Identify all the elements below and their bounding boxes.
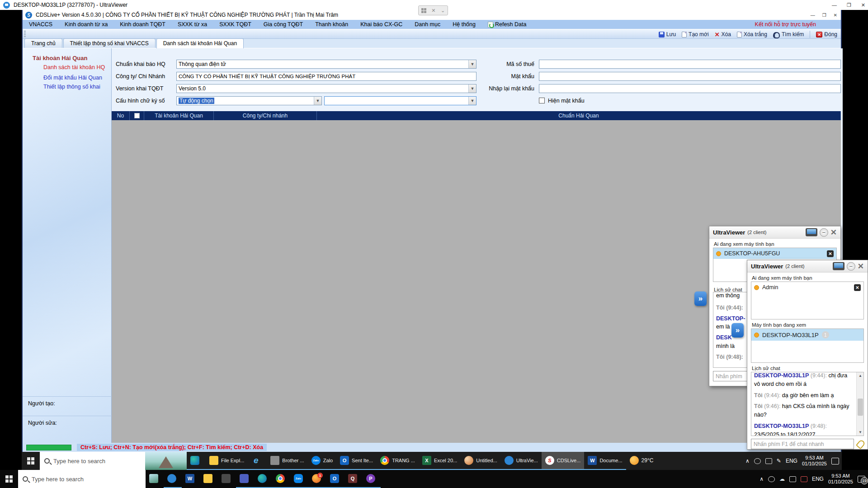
- select-all-checkbox[interactable]: [134, 113, 140, 118]
- chat-bubble-arrow-icon[interactable]: »: [731, 323, 744, 338]
- tab-thiet-lap-vnaccs[interactable]: Thiết lập thông số khai VNACCS: [63, 38, 156, 48]
- session-grid-icon[interactable]: [421, 8, 426, 13]
- monitor-icon[interactable]: [833, 262, 844, 270]
- remote-taskbar-zalo[interactable]: Zalo Zalo: [308, 452, 336, 470]
- remote-start-button[interactable]: [22, 452, 40, 470]
- tray-chevron-icon[interactable]: ∧: [760, 476, 764, 482]
- remote-taskbar-ultraviewer[interactable]: UltraVie...: [501, 452, 542, 470]
- uv-minimize-button[interactable]: −: [847, 262, 855, 271]
- uv-front-chat-input[interactable]: [751, 439, 854, 449]
- uv-close-button[interactable]: ✕: [858, 262, 864, 271]
- sidebar-item-doi-mat-khau[interactable]: Đổi mật khẩu Hải Quan: [43, 75, 102, 81]
- remote-action-center-icon[interactable]: [831, 458, 839, 465]
- remote-taskbar-edge[interactable]: [187, 452, 206, 470]
- menu-kinh-doanh-tqdt[interactable]: Kinh doanh TQĐT: [120, 21, 165, 28]
- minimize-button[interactable]: —: [832, 2, 837, 8]
- disconnect-button[interactable]: ✕: [854, 284, 861, 291]
- sidebar-item-danh-sach-tai-khoan[interactable]: Danh sách tài khoản HQ: [43, 64, 105, 70]
- uv-close-button[interactable]: ✕: [830, 228, 837, 237]
- scroll-up-icon[interactable]: ▲: [857, 372, 864, 379]
- column-select-all[interactable]: [130, 111, 144, 120]
- remote-taskbar-brother[interactable]: Brother ...: [267, 452, 307, 470]
- combo-cks-device[interactable]: ▼: [324, 96, 476, 105]
- column-tai-khoan[interactable]: Tài khoản Hải Quan: [144, 111, 214, 120]
- remote-search-box[interactable]: Type here to search: [40, 452, 187, 470]
- menu-danh-muc[interactable]: Danh mục: [415, 21, 440, 28]
- new-button[interactable]: Tạo mới: [682, 31, 709, 38]
- menu-khai-bao-cx-gc[interactable]: Khai báo CX-GC: [360, 21, 402, 28]
- remote-taskbar-paint[interactable]: Untitled...: [461, 452, 500, 470]
- pen-tray-icon[interactable]: ✎: [777, 458, 781, 464]
- cds-minimize-button[interactable]: —: [811, 13, 815, 18]
- local-search-box[interactable]: Type here to search: [18, 470, 146, 488]
- cds-close-button[interactable]: ✕: [834, 13, 837, 18]
- local-taskbar-outlook[interactable]: O: [326, 470, 344, 488]
- clock-tray-icon[interactable]: [754, 458, 761, 464]
- local-language-indicator[interactable]: ENG: [812, 476, 824, 482]
- local-taskbar-ultraviewer[interactable]: [164, 470, 182, 488]
- cds-restore-button[interactable]: ❐: [822, 13, 826, 18]
- local-taskbar-app-dark[interactable]: [218, 470, 236, 488]
- company-input[interactable]: [176, 72, 476, 81]
- menu-he-thong[interactable]: Hệ thống: [453, 21, 476, 28]
- combo-arrow-icon[interactable]: ▼: [468, 97, 476, 105]
- remote-taskbar-excel[interactable]: X Excel 20...: [419, 452, 461, 470]
- combo-cau-hinh-cks[interactable]: Tự động chọn ▼: [176, 96, 322, 105]
- local-taskbar-teams[interactable]: [236, 470, 254, 488]
- uv-minimize-button[interactable]: −: [820, 228, 828, 237]
- column-cong-ty[interactable]: Công ty/Chi nhánh: [214, 111, 317, 120]
- remote-taskbar-internet-explorer[interactable]: e: [248, 452, 267, 470]
- menu-gia-cong-tqdt[interactable]: Gia công TQĐT: [264, 21, 303, 28]
- remote-taskbar-chrome[interactable]: TRANG ...: [377, 452, 419, 470]
- local-action-center-icon[interactable]: 19: [858, 476, 865, 483]
- remote-taskbar-outlook[interactable]: O Sent Ite...: [336, 452, 377, 470]
- monitor-icon[interactable]: [806, 228, 817, 236]
- menu-sxxk-tqdt[interactable]: SXXK TQĐT: [219, 21, 251, 28]
- menu-kinh-doanh-tu-xa[interactable]: Kinh doanh từ xa: [65, 21, 108, 28]
- tray-icon-1[interactable]: [768, 476, 775, 482]
- volume-muted-icon[interactable]: [801, 476, 807, 482]
- scroll-down-icon[interactable]: ▼: [857, 429, 864, 436]
- save-button[interactable]: Lưu: [659, 31, 676, 38]
- sidebar-item-thiet-lap-thong-so[interactable]: Thiết lập thông số khai: [43, 84, 100, 90]
- local-taskbar-powerpoint[interactable]: P: [363, 470, 381, 488]
- search-highlight-image[interactable]: [145, 452, 187, 470]
- menu-refresh-data[interactable]: Refesh Data: [488, 21, 526, 28]
- ultraviewer-session-toolbar[interactable]: ✕ ⌄: [418, 5, 448, 15]
- password-input[interactable]: [539, 72, 841, 81]
- column-chuan-hai-quan[interactable]: Chuẩn Hải Quan: [317, 111, 841, 120]
- remote-taskbar-cdslive[interactable]: S CDSLive...: [542, 452, 585, 470]
- retype-password-input[interactable]: [539, 84, 841, 93]
- local-taskbar-photos[interactable]: [146, 470, 164, 488]
- session-close-icon[interactable]: ✕: [431, 8, 435, 14]
- tab-trang-chu[interactable]: Trang chủ: [24, 38, 62, 48]
- tax-code-input[interactable]: [539, 60, 841, 69]
- combo-arrow-icon[interactable]: ▼: [314, 97, 321, 105]
- local-start-button[interactable]: [0, 470, 18, 488]
- chat-scrollbar[interactable]: ▲ ▼: [856, 372, 863, 436]
- watcher-row[interactable]: Admin ✕: [751, 282, 863, 293]
- find-button[interactable]: Tìm kiếm: [773, 31, 804, 38]
- remote-taskbar-word[interactable]: W Docume...: [584, 452, 626, 470]
- disconnect-button[interactable]: ✕: [827, 250, 834, 257]
- display-tray-icon[interactable]: [765, 458, 772, 464]
- scroll-thumb[interactable]: [858, 399, 863, 416]
- local-clock[interactable]: 9:53 AM01/10/2025: [828, 473, 853, 485]
- tray-chevron-icon[interactable]: ∧: [745, 458, 750, 464]
- remote-language-indicator[interactable]: ENG: [786, 458, 797, 464]
- local-taskbar-chrome[interactable]: [272, 470, 290, 488]
- onedrive-icon[interactable]: ☁: [779, 476, 785, 482]
- close-form-button[interactable]: ✕ Đóng: [816, 31, 837, 38]
- local-taskbar-qq[interactable]: Q: [344, 470, 363, 488]
- viewing-row[interactable]: DESKTOP-MO33L1P 1: [751, 329, 863, 341]
- restore-button[interactable]: ❐: [847, 2, 851, 8]
- show-password-checkbox[interactable]: [539, 98, 545, 103]
- uv-back-titlebar[interactable]: UltraViewer (2 client) − ✕: [709, 226, 840, 239]
- menu-thanh-khoan[interactable]: Thanh khoản: [315, 21, 348, 28]
- local-taskbar-firefox[interactable]: 1: [308, 470, 326, 488]
- clear-button[interactable]: Xóa trắng: [737, 31, 767, 38]
- tab-danh-sach-tai-khoan[interactable]: Danh sách tài khoản Hải Quan: [156, 38, 244, 48]
- network-icon[interactable]: [789, 476, 796, 482]
- menu-vnaccs[interactable]: VNACCS: [29, 21, 52, 28]
- paperclip-icon[interactable]: [856, 439, 866, 449]
